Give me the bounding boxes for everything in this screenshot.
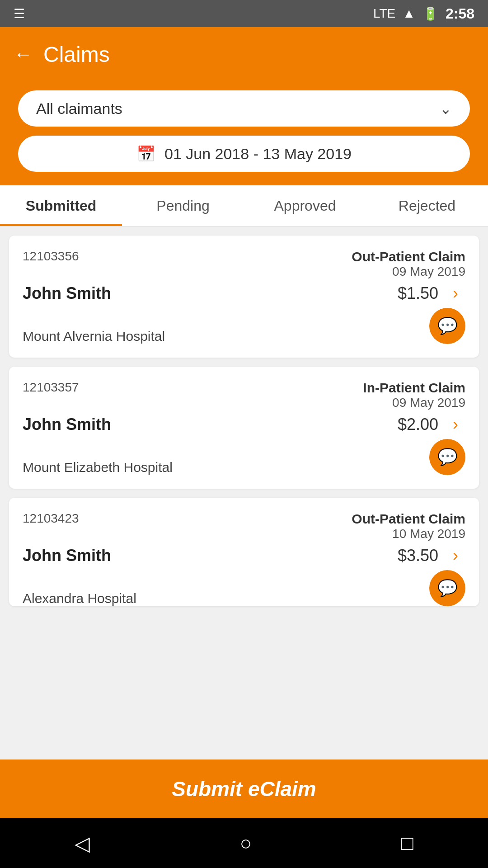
chat-icon-2: 💬 xyxy=(437,448,458,467)
status-bar: ☰ LTE ▲ 🔋 2:58 xyxy=(0,0,488,27)
claim-detail-arrow-1[interactable]: › xyxy=(446,283,465,303)
chat-button-1[interactable]: 💬 xyxy=(429,308,465,344)
claim-card-2[interactable]: 12103357 In-Patient Claim 09 May 2019 Jo… xyxy=(9,367,479,489)
claim-type-1: Out-Patient Claim xyxy=(352,249,465,264)
page-title: Claims xyxy=(43,42,110,67)
claim-hospital-1: Mount Alvernia Hospital xyxy=(23,329,165,344)
claim-date-2: 09 May 2019 xyxy=(392,396,465,410)
chat-button-2[interactable]: 💬 xyxy=(429,439,465,475)
claim-detail-arrow-2[interactable]: › xyxy=(446,415,465,434)
calendar-icon: 📅 xyxy=(136,145,155,163)
date-range-text: 01 Jun 2018 - 13 May 2019 xyxy=(164,145,352,163)
claim-date-1: 09 May 2019 xyxy=(392,264,465,279)
claimants-label: All claimants xyxy=(36,100,122,118)
signal-icon: ▲ xyxy=(403,6,415,21)
claim-amount-1: $1.50 xyxy=(398,284,438,303)
claim-card-1[interactable]: 12103356 Out-Patient Claim 09 May 2019 J… xyxy=(9,236,479,358)
claim-id-3: 12103423 xyxy=(23,511,79,526)
date-range-picker[interactable]: 📅 01 Jun 2018 - 13 May 2019 xyxy=(18,136,470,172)
claim-id-2: 12103357 xyxy=(23,380,79,395)
chevron-down-icon: ⌄ xyxy=(439,99,452,118)
claimants-dropdown[interactable]: All claimants ⌄ xyxy=(18,90,470,127)
claim-amount-3: $3.50 xyxy=(398,546,438,565)
claim-amount-2: $2.00 xyxy=(398,415,438,434)
claim-id-1: 12103356 xyxy=(23,249,79,264)
submit-eclaim-label: Submit eClaim xyxy=(172,777,316,801)
claim-name-3: John Smith xyxy=(23,546,111,565)
claims-list: 12103356 Out-Patient Claim 09 May 2019 J… xyxy=(0,226,488,760)
tab-rejected[interactable]: Rejected xyxy=(366,185,488,226)
claim-detail-arrow-3[interactable]: › xyxy=(446,546,465,566)
chat-icon-3: 💬 xyxy=(437,579,458,598)
claim-name-1: John Smith xyxy=(23,284,111,303)
status-time: 2:58 xyxy=(446,5,474,22)
chat-icon-1: 💬 xyxy=(437,316,458,335)
claim-hospital-2: Mount Elizabeth Hospital xyxy=(23,460,173,475)
claim-card-3[interactable]: 12103423 Out-Patient Claim 10 May 2019 J… xyxy=(9,498,479,606)
claim-type-3: Out-Patient Claim xyxy=(352,511,465,527)
tab-approved[interactable]: Approved xyxy=(244,185,366,226)
chat-button-3[interactable]: 💬 xyxy=(429,570,465,606)
tabs-bar: Submitted Pending Approved Rejected xyxy=(0,185,488,226)
claim-name-2: John Smith xyxy=(23,415,111,434)
back-nav-icon[interactable]: ◁ xyxy=(75,832,90,855)
recents-nav-icon[interactable]: □ xyxy=(401,832,413,854)
lte-icon: LTE xyxy=(373,6,395,21)
submit-eclaim-button[interactable]: Submit eClaim xyxy=(0,760,488,818)
claim-hospital-3: Alexandra Hospital xyxy=(23,591,136,606)
tab-submitted[interactable]: Submitted xyxy=(0,185,122,226)
claim-date-3: 10 May 2019 xyxy=(392,527,465,541)
header: ← Claims xyxy=(0,27,488,81)
battery-icon: 🔋 xyxy=(422,6,438,21)
tab-pending[interactable]: Pending xyxy=(122,185,244,226)
filter-area: All claimants ⌄ 📅 01 Jun 2018 - 13 May 2… xyxy=(0,81,488,185)
bottom-navigation: ◁ ○ □ xyxy=(0,818,488,868)
home-nav-icon[interactable]: ○ xyxy=(239,832,252,854)
notification-icon: ☰ xyxy=(14,6,25,21)
claim-type-2: In-Patient Claim xyxy=(363,380,465,396)
back-button[interactable]: ← xyxy=(14,45,33,64)
